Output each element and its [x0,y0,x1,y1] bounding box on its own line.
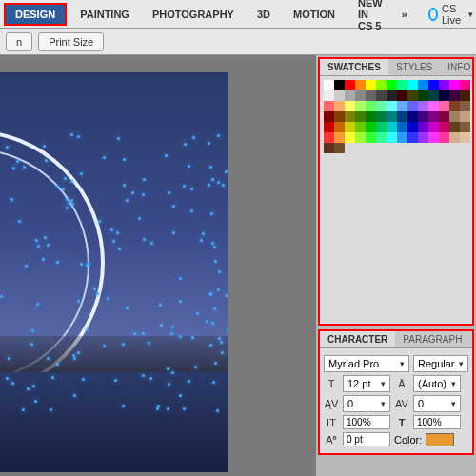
swatch[interactable] [324,111,334,122]
swatch[interactable] [460,80,470,90]
swatch[interactable] [376,132,387,143]
tab-swatches[interactable]: SWATCHES [320,59,388,75]
swatch[interactable] [397,132,407,143]
swatch[interactable] [460,122,470,132]
swatch[interactable] [418,111,428,122]
workspace-tab-painting[interactable]: PAINTING [70,5,139,24]
workspace-tab-photography[interactable]: PHOTOGRAPHY [143,5,244,24]
swatch[interactable] [460,101,470,111]
text-color-swatch[interactable] [426,433,454,446]
swatch[interactable] [449,90,460,101]
font-style-select[interactable]: Regular▾ [413,355,468,372]
swatch[interactable] [376,111,387,122]
swatch[interactable] [324,80,334,90]
swatch[interactable] [460,132,470,143]
font-size-input[interactable]: 12 pt▾ [343,375,390,392]
swatch[interactable] [387,122,397,132]
swatch[interactable] [345,90,355,101]
swatch[interactable] [387,101,397,111]
leading-input[interactable]: (Auto)▾ [413,375,461,392]
swatch[interactable] [428,101,439,111]
tab-paragraph[interactable]: PARAGRAPH [395,331,469,347]
swatch[interactable] [334,101,345,111]
workspace-tab-design[interactable]: DESIGN [4,3,67,26]
swatch[interactable] [418,101,428,111]
swatch[interactable] [387,132,397,143]
cslive-menu[interactable]: CS Live ▾ [428,3,473,26]
tab-info[interactable]: INFO [440,59,476,75]
swatch[interactable] [407,132,418,143]
swatch[interactable] [407,90,418,101]
swatch[interactable] [366,111,376,122]
swatch[interactable] [428,80,439,90]
swatch[interactable] [345,101,355,111]
swatch[interactable] [449,111,460,122]
workspace-tab-new[interactable]: NEW IN CS 5 [348,0,392,35]
swatch[interactable] [397,111,407,122]
swatch[interactable] [449,101,460,111]
swatch[interactable] [439,101,449,111]
more-workspaces-icon[interactable]: » [396,9,413,20]
swatch[interactable] [387,80,397,90]
swatch[interactable] [355,132,366,143]
swatch[interactable] [439,122,449,132]
swatch[interactable] [334,111,345,122]
swatch[interactable] [418,122,428,132]
swatch[interactable] [334,90,345,101]
swatch[interactable] [334,143,345,153]
swatch[interactable] [397,122,407,132]
swatch[interactable] [449,122,460,132]
swatch[interactable] [397,80,407,90]
swatch[interactable] [366,90,376,101]
swatch[interactable] [439,132,449,143]
swatch[interactable] [428,122,439,132]
font-family-select[interactable]: Myriad Pro▾ [324,355,409,372]
swatch[interactable] [418,90,428,101]
swatch[interactable] [334,132,345,143]
swatch[interactable] [376,80,387,90]
swatch[interactable] [355,101,366,111]
tracking-input[interactable]: 0▾ [413,395,461,412]
swatch[interactable] [428,111,439,122]
swatch[interactable] [324,90,334,101]
swatch[interactable] [449,132,460,143]
baseline-input[interactable] [343,432,390,446]
swatch[interactable] [439,111,449,122]
vscale-input[interactable] [343,415,390,429]
swatch[interactable] [428,90,439,101]
swatch[interactable] [355,90,366,101]
swatch[interactable] [407,122,418,132]
swatch[interactable] [407,80,418,90]
swatch[interactable] [418,132,428,143]
swatch[interactable] [345,122,355,132]
swatch[interactable] [449,80,460,90]
swatch[interactable] [407,111,418,122]
swatch[interactable] [460,90,470,101]
swatch[interactable] [355,122,366,132]
swatch[interactable] [376,101,387,111]
swatch[interactable] [334,80,345,90]
tab-styles[interactable]: STYLES [388,59,440,75]
swatch[interactable] [345,80,355,90]
tab-character[interactable]: CHARACTER [320,331,395,347]
swatch[interactable] [355,111,366,122]
swatch[interactable] [366,132,376,143]
swatch[interactable] [376,90,387,101]
swatch[interactable] [345,111,355,122]
swatch[interactable] [397,90,407,101]
swatch[interactable] [439,80,449,90]
swatch[interactable] [397,101,407,111]
kerning-input[interactable]: 0▾ [343,395,390,412]
swatch[interactable] [324,143,334,153]
swatch[interactable] [324,132,334,143]
swatch[interactable] [376,122,387,132]
workspace-tab-motion[interactable]: MOTION [284,5,345,24]
toolbar-button-a[interactable]: n [6,32,32,51]
swatch[interactable] [407,101,418,111]
swatch[interactable] [460,111,470,122]
swatch[interactable] [366,122,376,132]
swatch[interactable] [428,132,439,143]
print-size-button[interactable]: Print Size [38,32,104,51]
swatch[interactable] [334,122,345,132]
document-canvas[interactable] [0,72,228,472]
